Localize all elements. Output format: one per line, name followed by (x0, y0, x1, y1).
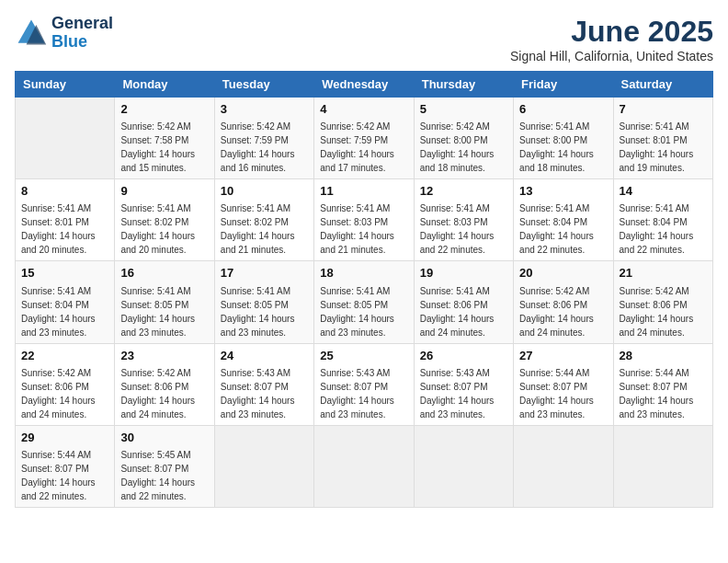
calendar-row-4: 22Sunrise: 5:42 AMSunset: 8:06 PMDayligh… (16, 343, 713, 425)
day-number-12: 12 (420, 183, 507, 200)
empty-cell (314, 425, 414, 507)
logo-icon (15, 17, 48, 50)
day-number-13: 13 (519, 183, 607, 200)
header-monday: Monday (115, 72, 214, 98)
day-info-4: Sunrise: 5:42 AMSunset: 7:59 PMDaylight:… (320, 120, 407, 175)
day-cell-14: 14Sunrise: 5:41 AMSunset: 8:04 PMDayligh… (613, 179, 712, 261)
day-number-15: 15 (21, 265, 108, 282)
day-number-2: 2 (120, 101, 208, 118)
day-info-8: Sunrise: 5:41 AMSunset: 8:01 PMDaylight:… (21, 201, 108, 257)
day-info-5: Sunrise: 5:42 AMSunset: 8:00 PMDaylight:… (420, 120, 507, 175)
day-cell-6: 6Sunrise: 5:41 AMSunset: 8:00 PMDaylight… (514, 98, 613, 179)
day-info-16: Sunrise: 5:41 AMSunset: 8:05 PMDaylight:… (120, 284, 208, 339)
day-cell-10: 10Sunrise: 5:41 AMSunset: 8:02 PMDayligh… (214, 179, 313, 261)
day-cell-7: 7Sunrise: 5:41 AMSunset: 8:01 PMDaylight… (613, 98, 712, 179)
day-number-14: 14 (620, 183, 707, 200)
day-number-19: 19 (420, 265, 507, 282)
day-number-28: 28 (620, 348, 707, 364)
day-number-22: 22 (21, 348, 108, 364)
day-cell-20: 20Sunrise: 5:42 AMSunset: 8:06 PMDayligh… (514, 261, 613, 343)
day-cell-3: 3Sunrise: 5:42 AMSunset: 7:59 PMDaylight… (214, 98, 313, 179)
day-info-3: Sunrise: 5:42 AMSunset: 7:59 PMDaylight:… (221, 120, 308, 175)
day-number-20: 20 (519, 265, 607, 282)
day-cell-11: 11Sunrise: 5:41 AMSunset: 8:03 PMDayligh… (314, 179, 414, 261)
header-sunday: Sunday (16, 72, 115, 98)
day-info-26: Sunrise: 5:43 AMSunset: 8:07 PMDaylight:… (420, 366, 507, 421)
day-number-18: 18 (320, 265, 407, 282)
day-cell-15: 15Sunrise: 5:41 AMSunset: 8:04 PMDayligh… (16, 261, 115, 343)
day-number-30: 30 (120, 430, 208, 446)
empty-cell (613, 425, 712, 507)
day-number-21: 21 (620, 265, 707, 282)
day-number-24: 24 (221, 348, 308, 364)
day-cell-28: 28Sunrise: 5:44 AMSunset: 8:07 PMDayligh… (613, 343, 712, 425)
empty-cell (514, 425, 613, 507)
day-info-15: Sunrise: 5:41 AMSunset: 8:04 PMDaylight:… (21, 284, 108, 339)
day-info-9: Sunrise: 5:41 AMSunset: 8:02 PMDaylight:… (120, 201, 208, 257)
weekday-header-row: Sunday Monday Tuesday Wednesday Thursday… (16, 72, 713, 98)
day-number-29: 29 (21, 430, 108, 446)
day-cell-23: 23Sunrise: 5:42 AMSunset: 8:06 PMDayligh… (115, 343, 214, 425)
day-cell-12: 12Sunrise: 5:41 AMSunset: 8:03 PMDayligh… (414, 179, 513, 261)
day-cell-27: 27Sunrise: 5:44 AMSunset: 8:07 PMDayligh… (514, 343, 613, 425)
day-info-2: Sunrise: 5:42 AMSunset: 7:58 PMDaylight:… (120, 120, 208, 175)
empty-cell (214, 425, 313, 507)
day-number-26: 26 (420, 348, 507, 364)
day-info-17: Sunrise: 5:41 AMSunset: 8:05 PMDaylight:… (221, 284, 308, 339)
day-cell-5: 5Sunrise: 5:42 AMSunset: 8:00 PMDaylight… (414, 98, 513, 179)
day-info-19: Sunrise: 5:41 AMSunset: 8:06 PMDaylight:… (420, 284, 507, 339)
day-cell-24: 24Sunrise: 5:43 AMSunset: 8:07 PMDayligh… (214, 343, 313, 425)
day-number-10: 10 (221, 183, 308, 200)
location-title: Signal Hill, California, United States (510, 49, 713, 63)
day-number-17: 17 (221, 265, 308, 282)
calendar-row-3: 15Sunrise: 5:41 AMSunset: 8:04 PMDayligh… (16, 261, 713, 343)
day-cell-22: 22Sunrise: 5:42 AMSunset: 8:06 PMDayligh… (16, 343, 115, 425)
day-info-29: Sunrise: 5:44 AMSunset: 8:07 PMDaylight:… (21, 448, 108, 503)
day-number-3: 3 (221, 101, 308, 118)
calendar-row-2: 8Sunrise: 5:41 AMSunset: 8:01 PMDaylight… (16, 179, 713, 261)
day-number-6: 6 (519, 101, 607, 118)
calendar-row-5: 29Sunrise: 5:44 AMSunset: 8:07 PMDayligh… (16, 425, 713, 507)
day-cell-19: 19Sunrise: 5:41 AMSunset: 8:06 PMDayligh… (414, 261, 513, 343)
title-area: June 2025 Signal Hill, California, Unite… (510, 15, 713, 63)
day-info-10: Sunrise: 5:41 AMSunset: 8:02 PMDaylight:… (221, 201, 308, 257)
day-number-9: 9 (120, 183, 208, 200)
header-tuesday: Tuesday (214, 72, 313, 98)
day-number-5: 5 (420, 101, 507, 118)
day-info-18: Sunrise: 5:41 AMSunset: 8:05 PMDaylight:… (320, 284, 407, 339)
day-info-24: Sunrise: 5:43 AMSunset: 8:07 PMDaylight:… (221, 366, 308, 421)
day-number-25: 25 (320, 348, 407, 364)
calendar-row-1: 2Sunrise: 5:42 AMSunset: 7:58 PMDaylight… (16, 98, 713, 179)
day-number-11: 11 (320, 183, 407, 200)
day-info-7: Sunrise: 5:41 AMSunset: 8:01 PMDaylight:… (620, 120, 707, 175)
day-cell-30: 30Sunrise: 5:45 AMSunset: 8:07 PMDayligh… (115, 425, 214, 507)
day-info-6: Sunrise: 5:41 AMSunset: 8:00 PMDaylight:… (519, 120, 607, 175)
empty-cell (16, 98, 115, 179)
day-cell-26: 26Sunrise: 5:43 AMSunset: 8:07 PMDayligh… (414, 343, 513, 425)
header-thursday: Thursday (414, 72, 513, 98)
logo: General Blue (15, 15, 113, 52)
month-title: June 2025 (510, 15, 713, 49)
empty-cell (414, 425, 513, 507)
day-cell-16: 16Sunrise: 5:41 AMSunset: 8:05 PMDayligh… (115, 261, 214, 343)
day-info-20: Sunrise: 5:42 AMSunset: 8:06 PMDaylight:… (519, 284, 607, 339)
logo-general: General (51, 15, 113, 33)
header-friday: Friday (514, 72, 613, 98)
day-cell-4: 4Sunrise: 5:42 AMSunset: 7:59 PMDaylight… (314, 98, 414, 179)
day-cell-8: 8Sunrise: 5:41 AMSunset: 8:01 PMDaylight… (16, 179, 115, 261)
calendar-table: Sunday Monday Tuesday Wednesday Thursday… (15, 71, 713, 508)
day-info-30: Sunrise: 5:45 AMSunset: 8:07 PMDaylight:… (120, 448, 208, 503)
header-saturday: Saturday (613, 72, 712, 98)
day-cell-18: 18Sunrise: 5:41 AMSunset: 8:05 PMDayligh… (314, 261, 414, 343)
day-cell-13: 13Sunrise: 5:41 AMSunset: 8:04 PMDayligh… (514, 179, 613, 261)
day-info-22: Sunrise: 5:42 AMSunset: 8:06 PMDaylight:… (21, 366, 108, 421)
day-number-8: 8 (21, 183, 108, 200)
day-number-4: 4 (320, 101, 407, 118)
day-info-14: Sunrise: 5:41 AMSunset: 8:04 PMDaylight:… (620, 201, 707, 257)
day-info-21: Sunrise: 5:42 AMSunset: 8:06 PMDaylight:… (620, 284, 707, 339)
day-number-27: 27 (519, 348, 607, 364)
page-header: General Blue June 2025 Signal Hill, Cali… (15, 15, 713, 63)
day-info-28: Sunrise: 5:44 AMSunset: 8:07 PMDaylight:… (620, 366, 707, 421)
day-info-11: Sunrise: 5:41 AMSunset: 8:03 PMDaylight:… (320, 201, 407, 257)
logo-blue: Blue (51, 33, 113, 52)
